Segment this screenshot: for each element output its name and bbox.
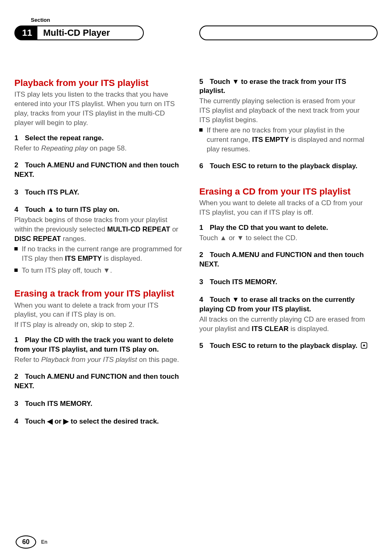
bold-term: ITS CLEAR (252, 325, 289, 333)
text-fragment: Refer to (14, 356, 41, 364)
right-column: 5Touch ▼ to erase the track from your IT… (199, 77, 368, 427)
header-left: 11 Multi-CD Player (14, 25, 144, 40)
bullet-icon (199, 128, 203, 132)
step-3: 3Touch ITS PLAY. (14, 188, 183, 197)
bullet-text: If no tracks in the current range are pr… (22, 245, 183, 264)
step-num: 4 (14, 417, 18, 425)
section-label: Section (31, 16, 378, 24)
step-title: Touch ITS MEMORY. (210, 278, 277, 286)
bullet-row: If no tracks in the current range are pr… (14, 245, 183, 264)
bullet-text: If there are no tracks from your playlis… (207, 126, 368, 154)
et-step-1: 1Play the CD with the track you want to … (14, 336, 183, 354)
et-step-1-body: Refer to Playback from your ITS playlist… (14, 355, 183, 365)
bold-term: MULTI-CD REPEAT (107, 225, 170, 233)
step-num: 1 (14, 134, 18, 142)
text-fragment: on this page. (137, 356, 179, 364)
svg-rect-1 (363, 345, 365, 346)
step-title: Touch ▲ to turn ITS play on. (25, 206, 119, 213)
step-num: 3 (14, 188, 18, 196)
step-title: Touch A.MENU and FUNCTION and then touch… (14, 161, 179, 178)
bullet-icon (14, 247, 18, 250)
et-step-4: 4Touch ◀ or ▶ to select the desired trac… (14, 417, 183, 426)
step-title: Touch ◀ or ▶ to select the desired track… (25, 417, 159, 425)
step-num: 3 (14, 400, 18, 408)
ec-step-5: 5Touch ESC to return to the playback dis… (199, 341, 368, 352)
page-number: 60 (16, 535, 36, 549)
ref-italic: Playback from your ITS playlist (41, 356, 137, 364)
bold-term: ITS EMPTY (252, 136, 289, 144)
language-label: En (41, 539, 47, 545)
step-1: 1Select the repeat range. (14, 134, 183, 143)
text-fragment: or (170, 225, 178, 233)
bold-term: ITS EMPTY (65, 255, 102, 262)
text-fragment: is displayed. (288, 325, 329, 333)
step-2: 2Touch A.MENU and FUNCTION and then touc… (14, 161, 183, 180)
text-fragment: ranges. (61, 235, 86, 243)
step-4: 4Touch ▲ to turn ITS play on. (14, 205, 183, 215)
step-num: 1 (199, 224, 203, 232)
footer: 60 En (16, 535, 47, 549)
et-step-3: 3Touch ITS MEMORY. (14, 399, 183, 409)
step-title: Touch ▼ to erase the track from your ITS… (199, 78, 346, 95)
step-num: 4 (199, 296, 203, 303)
bullet-row: To turn ITS play off, touch ▼. (14, 266, 183, 276)
bullet-row: If there are no tracks from your playlis… (199, 126, 368, 154)
heading-erase-track: Erasing a track from your ITS playlist (14, 288, 183, 299)
step-num: 6 (199, 162, 203, 170)
et-step-5-body: The currently playing selection is erase… (199, 97, 368, 125)
page: Section 11 Multi-CD Player Playback from… (0, 0, 392, 556)
bullet-icon (14, 269, 18, 272)
ec-step-4: 4Touch ▼ to erase all tracks on the curr… (199, 295, 368, 314)
text-fragment: is displayed. (102, 255, 142, 262)
header-title-wrap: Multi-CD Player (37, 25, 144, 40)
step-1-body: Refer to Repeating play on page 58. (14, 144, 183, 153)
step-num: 1 (14, 336, 18, 344)
step-num: 4 (14, 206, 18, 213)
ec-step-3: 3Touch ITS MEMORY. (199, 278, 368, 287)
step-title: Touch ESC to return to the playback disp… (210, 162, 357, 170)
step-title: Touch A.MENU and FUNCTION and then touch… (199, 251, 364, 268)
header-right-pill (199, 25, 378, 40)
ec-step-1-body: Touch ▲ or ▼ to select the CD. (199, 234, 368, 243)
content-columns: Playback from your ITS playlist ITS play… (14, 77, 378, 427)
end-section-icon (361, 342, 367, 352)
step-title: Select the repeat range. (25, 134, 104, 142)
erase-track-intro-a: When you want to delete a track from you… (14, 301, 183, 320)
step-title: Play the CD that you want to delete. (210, 224, 328, 232)
erase-cd-intro: When you want to delete all tracks of a … (199, 199, 368, 218)
intro-playback: ITS play lets you listen to the tracks t… (14, 90, 183, 128)
step-title: Touch A.MENU and FUNCTION and then touch… (14, 373, 179, 390)
ref-italic: Repeating play (41, 144, 88, 152)
header-title: Multi-CD Player (43, 27, 110, 39)
section-number-badge: 11 (14, 25, 37, 40)
et-step-2: 2Touch A.MENU and FUNCTION and then touc… (14, 372, 183, 391)
step-title: Touch ITS MEMORY. (25, 400, 92, 408)
text-fragment: Refer to (14, 144, 41, 152)
erase-track-intro-b: If ITS play is already on, skip to step … (14, 320, 183, 330)
step-num: 5 (199, 78, 203, 86)
step-num: 2 (14, 161, 18, 169)
step-num: 5 (199, 342, 203, 350)
left-column: Playback from your ITS playlist ITS play… (14, 77, 183, 427)
text-fragment: on page 58. (88, 144, 127, 152)
step-num: 2 (199, 251, 203, 259)
step-title: Touch ITS PLAY. (25, 188, 79, 196)
step-title: Touch ESC to return to the playback disp… (210, 342, 357, 350)
heading-erase-cd: Erasing a CD from your ITS playlist (199, 186, 368, 197)
ec-step-1: 1Play the CD that you want to delete. (199, 223, 368, 233)
ec-step-4-body: All tracks on the currently playing CD a… (199, 315, 368, 334)
ec-step-2: 2Touch A.MENU and FUNCTION and then touc… (199, 250, 368, 269)
step-title: Play the CD with the track you want to d… (14, 336, 173, 353)
heading-playback: Playback from your ITS playlist (14, 77, 183, 89)
header-row: 11 Multi-CD Player (14, 25, 378, 40)
et-step-6: 6Touch ESC to return to the playback dis… (199, 162, 368, 171)
et-step-5: 5Touch ▼ to erase the track from your IT… (199, 77, 368, 96)
step-num: 2 (14, 373, 18, 380)
step-title: Touch ▼ to erase all tracks on the curre… (199, 296, 355, 313)
step-4-body: Playback begins of those tracks from you… (14, 215, 183, 244)
step-num: 3 (199, 278, 203, 286)
bullet-text: To turn ITS play off, touch ▼. (22, 266, 112, 276)
bold-term: DISC REPEAT (14, 235, 61, 243)
